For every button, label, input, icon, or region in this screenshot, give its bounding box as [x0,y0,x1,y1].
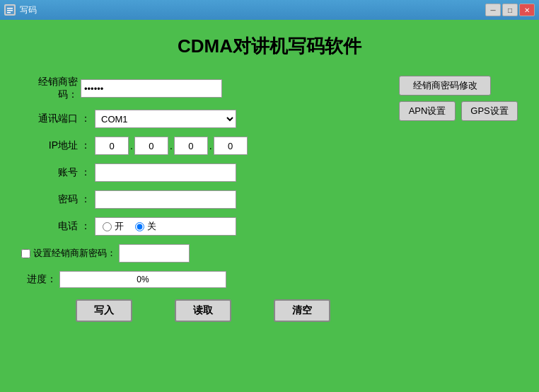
titlebar-controls: ─ □ ✕ [485,4,535,16]
com-port-select[interactable]: COM1 COM2 COM3 COM4 [95,110,236,128]
phone-group: 开 关 [95,217,236,236]
svg-rect-1 [7,8,13,9]
close-button[interactable]: ✕ [519,4,535,16]
ip-dot-1: . [130,140,133,151]
phone-off-radio[interactable] [135,222,144,231]
titlebar-left: 写码 [4,4,37,16]
action-buttons: 写入 读取 清空 [21,299,385,322]
main-window: 写码 ─ □ ✕ CDMA对讲机写码软件 经销商密码： 通讯端口 ： [0,0,539,392]
com-port-colon: ： [81,113,91,125]
com-port-label: 通讯端口 [21,113,78,125]
titlebar: 写码 ─ □ ✕ [0,0,539,20]
new-password-checkbox[interactable] [21,249,30,258]
dealer-password-input[interactable] [81,79,222,98]
form-left: 经销商密码： 通讯端口 ： COM1 COM2 COM3 COM4 [21,76,385,322]
phone-on-text: 开 [115,220,124,233]
account-label: 账号 [21,166,78,179]
new-password-row: 设置经销商新密码： [21,244,385,263]
svg-rect-2 [7,10,13,11]
dealer-password-label: 经销商密码： [21,76,78,101]
ip-group: . . . [95,137,248,155]
new-password-label-text: 设置经销商新密码： [33,247,116,260]
ip-address-label: IP地址 [21,139,78,152]
form-area: 经销商密码： 通讯端口 ： COM1 COM2 COM3 COM4 [21,76,518,322]
maximize-button[interactable]: □ [502,4,518,16]
phone-colon: ： [81,220,91,233]
com-port-row: 通讯端口 ： COM1 COM2 COM3 COM4 [21,110,385,128]
apn-gps-row: APN设置 GPS设置 [399,101,518,121]
ip-field-3[interactable] [174,137,208,155]
write-button[interactable]: 写入 [76,299,132,322]
ip-address-row: IP地址 ： . . . [21,137,385,155]
phone-row: 电话 ： 开 关 [21,217,385,236]
read-button[interactable]: 读取 [175,299,231,322]
content-area: CDMA对讲机写码软件 经销商密码： 通讯端口 ： COM1 COM2 COM3 [0,20,539,392]
dealer-modify-button[interactable]: 经销商密码修改 [399,76,491,96]
new-password-input[interactable] [119,244,190,263]
progress-row: 进度： 0% [21,271,385,288]
form-right: 经销商密码修改 APN设置 GPS设置 [399,76,518,322]
svg-rect-3 [7,12,11,13]
ip-field-2[interactable] [134,137,168,155]
app-icon [4,4,16,16]
clear-button[interactable]: 清空 [274,299,330,322]
window-title: 写码 [20,4,37,16]
phone-off-text: 关 [147,220,156,233]
ip-colon: ： [81,139,91,152]
password-input[interactable] [95,190,236,209]
app-title: CDMA对讲机写码软件 [21,34,518,59]
phone-label: 电话 [21,220,78,233]
account-colon: ： [81,166,91,179]
progress-bar: 0% [59,271,226,288]
new-password-checkbox-label[interactable]: 设置经销商新密码： [21,247,116,260]
phone-off-label[interactable]: 关 [135,220,156,233]
apn-button[interactable]: APN设置 [399,101,456,121]
gps-button[interactable]: GPS设置 [461,101,518,121]
dealer-password-row: 经销商密码： [21,76,385,101]
password-colon: ： [81,193,91,206]
ip-field-4[interactable] [214,137,248,155]
ip-field-1[interactable] [95,137,129,155]
phone-on-radio[interactable] [103,222,112,231]
progress-label: 进度： [21,273,57,286]
ip-dot-2: . [170,140,173,151]
ip-dot-3: . [209,140,212,151]
account-row: 账号 ： [21,163,385,182]
password-row: 密码 ： [21,190,385,209]
phone-on-label[interactable]: 开 [103,220,124,233]
password-label: 密码 [21,193,78,206]
minimize-button[interactable]: ─ [485,4,501,16]
progress-text: 0% [137,275,149,284]
account-input[interactable] [95,163,236,182]
